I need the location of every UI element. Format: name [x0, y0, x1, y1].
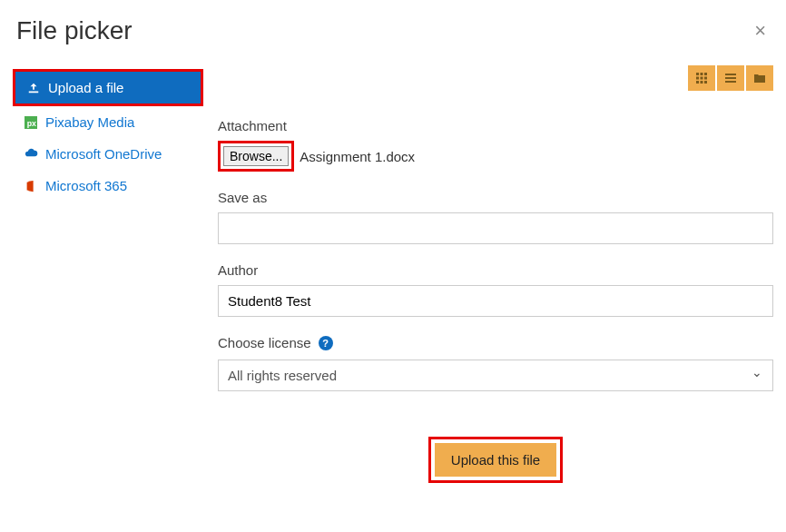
sidebar-item-pixabay[interactable]: px Pixabay Media: [13, 106, 203, 138]
license-label: Choose license: [218, 335, 311, 350]
view-list-button[interactable]: [717, 65, 744, 91]
svg-rect-10: [704, 81, 707, 84]
microsoft365-icon: [24, 179, 38, 193]
view-grid-button[interactable]: [688, 65, 715, 91]
svg-rect-8: [696, 81, 699, 84]
sidebar-item-label: Microsoft 365: [45, 178, 127, 193]
sidebar-item-label: Microsoft OneDrive: [45, 146, 162, 162]
author-input[interactable]: [218, 285, 773, 317]
sidebar-item-onedrive[interactable]: Microsoft OneDrive: [13, 138, 203, 170]
view-folder-button[interactable]: [746, 65, 773, 91]
submit-highlight: Upload this file: [428, 437, 563, 483]
author-label: Author: [218, 262, 773, 278]
license-select[interactable]: All rights reserved: [218, 360, 773, 391]
saveas-label: Save as: [218, 190, 773, 205]
svg-rect-7: [704, 77, 707, 80]
svg-rect-11: [725, 74, 736, 75]
svg-rect-5: [696, 77, 699, 80]
selected-filename: Assignment 1.docx: [300, 149, 415, 164]
source-sidebar: Upload a file px Pixabay Media Microsoft…: [13, 58, 203, 483]
svg-text:px: px: [27, 118, 36, 127]
browse-button[interactable]: Browse...: [223, 146, 289, 166]
sidebar-item-label: Upload a file: [48, 80, 123, 95]
close-button[interactable]: ×: [751, 19, 770, 43]
upload-panel: Attachment Browse... Assignment 1.docx S…: [203, 58, 786, 483]
sidebar-item-m365[interactable]: Microsoft 365: [13, 170, 203, 202]
sidebar-item-label: Pixabay Media: [45, 114, 134, 130]
svg-rect-3: [701, 73, 703, 75]
upload-button[interactable]: Upload this file: [435, 443, 556, 477]
upload-icon: [26, 81, 41, 95]
page-title: File picker: [16, 16, 133, 45]
onedrive-icon: [24, 147, 38, 162]
pixabay-icon: px: [24, 115, 38, 130]
view-toggle-group: [218, 65, 773, 91]
svg-rect-4: [704, 73, 707, 75]
help-icon[interactable]: ?: [319, 336, 333, 350]
sidebar-item-upload[interactable]: Upload a file: [13, 69, 203, 106]
saveas-input[interactable]: [218, 212, 773, 244]
svg-rect-12: [725, 77, 736, 79]
browse-highlight: Browse...: [218, 141, 294, 172]
svg-rect-6: [701, 77, 703, 80]
svg-rect-9: [701, 81, 703, 84]
attachment-label: Attachment: [218, 118, 773, 133]
svg-rect-13: [725, 81, 736, 83]
svg-rect-2: [696, 73, 699, 75]
